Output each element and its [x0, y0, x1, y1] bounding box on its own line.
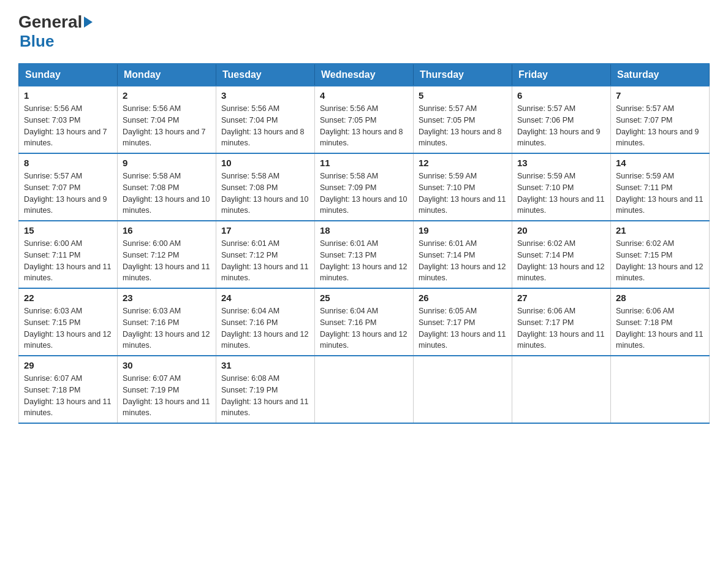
sunset-text: Sunset: 7:15 PM — [616, 251, 672, 259]
day-number: 4 — [320, 90, 408, 101]
daylight-text: Daylight: 13 hours and 12 minutes. — [419, 262, 506, 283]
day-info: Sunrise: 5:56 AM Sunset: 7:03 PM Dayligh… — [24, 103, 112, 149]
daylight-text: Daylight: 13 hours and 8 minutes. — [320, 128, 403, 148]
daylight-text: Daylight: 13 hours and 11 minutes. — [123, 397, 210, 418]
sunset-text: Sunset: 7:13 PM — [320, 251, 376, 259]
day-info: Sunrise: 6:02 AM Sunset: 7:14 PM Dayligh… — [517, 238, 605, 284]
sunset-text: Sunset: 7:18 PM — [616, 318, 672, 327]
sunset-text: Sunset: 7:12 PM — [221, 251, 278, 259]
table-row: 11 Sunrise: 5:58 AM Sunset: 7:09 PM Dayl… — [315, 153, 414, 221]
table-row: 22 Sunrise: 6:03 AM Sunset: 7:15 PM Dayl… — [19, 288, 118, 356]
table-row: 20 Sunrise: 6:02 AM Sunset: 7:14 PM Dayl… — [512, 221, 611, 288]
daylight-text: Daylight: 13 hours and 11 minutes. — [419, 195, 506, 215]
table-row: 18 Sunrise: 6:01 AM Sunset: 7:13 PM Dayl… — [315, 221, 414, 288]
logo-arrow-icon — [84, 17, 93, 28]
table-row: 26 Sunrise: 6:05 AM Sunset: 7:17 PM Dayl… — [414, 288, 512, 356]
table-row: 2 Sunrise: 5:56 AM Sunset: 7:04 PM Dayli… — [118, 86, 216, 153]
day-info: Sunrise: 5:59 AM Sunset: 7:10 PM Dayligh… — [517, 170, 605, 216]
day-info: Sunrise: 6:07 AM Sunset: 7:19 PM Dayligh… — [123, 373, 211, 419]
sunrise-text: Sunrise: 5:56 AM — [320, 104, 378, 113]
day-info: Sunrise: 5:56 AM Sunset: 7:04 PM Dayligh… — [123, 103, 211, 149]
sunrise-text: Sunrise: 6:06 AM — [616, 307, 674, 315]
table-row: 21 Sunrise: 6:02 AM Sunset: 7:15 PM Dayl… — [611, 221, 710, 288]
day-info: Sunrise: 6:00 AM Sunset: 7:11 PM Dayligh… — [24, 238, 112, 284]
day-info: Sunrise: 5:58 AM Sunset: 7:08 PM Dayligh… — [221, 170, 309, 216]
day-info: Sunrise: 5:56 AM Sunset: 7:04 PM Dayligh… — [221, 103, 309, 149]
sunset-text: Sunset: 7:19 PM — [221, 386, 278, 394]
daylight-text: Daylight: 13 hours and 11 minutes. — [221, 262, 308, 283]
sunrise-text: Sunrise: 6:07 AM — [123, 374, 181, 383]
table-row — [611, 356, 710, 423]
table-row: 31 Sunrise: 6:08 AM Sunset: 7:19 PM Dayl… — [216, 356, 315, 423]
sunset-text: Sunset: 7:04 PM — [221, 116, 278, 124]
day-number: 25 — [320, 293, 408, 303]
sunrise-text: Sunrise: 5:57 AM — [419, 104, 477, 113]
daylight-text: Daylight: 13 hours and 7 minutes. — [24, 128, 107, 148]
day-info: Sunrise: 5:59 AM Sunset: 7:10 PM Dayligh… — [419, 170, 507, 216]
sunrise-text: Sunrise: 5:57 AM — [517, 104, 575, 113]
sunrise-text: Sunrise: 6:03 AM — [24, 307, 82, 315]
day-number: 22 — [24, 293, 112, 303]
sunset-text: Sunset: 7:07 PM — [616, 116, 672, 124]
table-row: 27 Sunrise: 6:06 AM Sunset: 7:17 PM Dayl… — [512, 288, 611, 356]
sunset-text: Sunset: 7:16 PM — [221, 318, 278, 327]
table-row: 14 Sunrise: 5:59 AM Sunset: 7:11 PM Dayl… — [611, 153, 710, 221]
sunset-text: Sunset: 7:10 PM — [517, 183, 574, 192]
day-number: 9 — [123, 158, 211, 168]
day-number: 13 — [517, 158, 605, 168]
day-number: 11 — [320, 158, 408, 168]
table-row: 10 Sunrise: 5:58 AM Sunset: 7:08 PM Dayl… — [216, 153, 315, 221]
calendar-week-row: 15 Sunrise: 6:00 AM Sunset: 7:11 PM Dayl… — [19, 221, 710, 288]
table-row — [315, 356, 414, 423]
day-info: Sunrise: 6:01 AM Sunset: 7:13 PM Dayligh… — [320, 238, 408, 284]
sunset-text: Sunset: 7:16 PM — [123, 318, 179, 327]
day-number: 10 — [221, 158, 309, 168]
daylight-text: Daylight: 13 hours and 8 minutes. — [221, 128, 305, 148]
sunrise-text: Sunrise: 5:59 AM — [419, 172, 477, 180]
calendar-week-row: 22 Sunrise: 6:03 AM Sunset: 7:15 PM Dayl… — [19, 288, 710, 356]
table-row: 12 Sunrise: 5:59 AM Sunset: 7:10 PM Dayl… — [414, 153, 512, 221]
table-row: 28 Sunrise: 6:06 AM Sunset: 7:18 PM Dayl… — [611, 288, 710, 356]
day-info: Sunrise: 5:57 AM Sunset: 7:07 PM Dayligh… — [616, 103, 704, 149]
day-number: 15 — [24, 225, 112, 236]
table-row: 9 Sunrise: 5:58 AM Sunset: 7:08 PM Dayli… — [118, 153, 216, 221]
sunrise-text: Sunrise: 6:05 AM — [419, 307, 477, 315]
header-monday: Monday — [118, 64, 216, 86]
day-info: Sunrise: 5:58 AM Sunset: 7:09 PM Dayligh… — [320, 170, 408, 216]
day-number: 21 — [616, 225, 704, 236]
table-row: 5 Sunrise: 5:57 AM Sunset: 7:05 PM Dayli… — [414, 86, 512, 153]
day-number: 3 — [221, 90, 309, 101]
table-row: 13 Sunrise: 5:59 AM Sunset: 7:10 PM Dayl… — [512, 153, 611, 221]
sunset-text: Sunset: 7:06 PM — [517, 116, 574, 124]
sunset-text: Sunset: 7:18 PM — [24, 386, 80, 394]
day-number: 31 — [221, 360, 309, 370]
table-row: 17 Sunrise: 6:01 AM Sunset: 7:12 PM Dayl… — [216, 221, 315, 288]
day-info: Sunrise: 6:01 AM Sunset: 7:14 PM Dayligh… — [419, 238, 507, 284]
sunrise-text: Sunrise: 5:56 AM — [24, 104, 82, 113]
daylight-text: Daylight: 13 hours and 12 minutes. — [221, 330, 308, 350]
daylight-text: Daylight: 13 hours and 11 minutes. — [419, 330, 506, 350]
sunset-text: Sunset: 7:08 PM — [221, 183, 278, 192]
sunrise-text: Sunrise: 5:59 AM — [517, 172, 575, 180]
daylight-text: Daylight: 13 hours and 10 minutes. — [123, 195, 210, 215]
daylight-text: Daylight: 13 hours and 12 minutes. — [320, 262, 407, 283]
sunrise-text: Sunrise: 6:03 AM — [123, 307, 181, 315]
day-number: 14 — [616, 158, 704, 168]
day-info: Sunrise: 6:06 AM Sunset: 7:18 PM Dayligh… — [616, 305, 704, 351]
daylight-text: Daylight: 13 hours and 7 minutes. — [123, 128, 206, 148]
day-number: 26 — [419, 293, 507, 303]
day-info: Sunrise: 6:08 AM Sunset: 7:19 PM Dayligh… — [221, 373, 309, 419]
table-row: 1 Sunrise: 5:56 AM Sunset: 7:03 PM Dayli… — [19, 86, 118, 153]
calendar-week-row: 29 Sunrise: 6:07 AM Sunset: 7:18 PM Dayl… — [19, 356, 710, 423]
day-info: Sunrise: 6:02 AM Sunset: 7:15 PM Dayligh… — [616, 238, 704, 284]
day-info: Sunrise: 5:57 AM Sunset: 7:05 PM Dayligh… — [419, 103, 507, 149]
table-row: 3 Sunrise: 5:56 AM Sunset: 7:04 PM Dayli… — [216, 86, 315, 153]
day-number: 29 — [24, 360, 112, 370]
daylight-text: Daylight: 13 hours and 12 minutes. — [123, 330, 210, 350]
daylight-text: Daylight: 13 hours and 9 minutes. — [616, 128, 699, 148]
sunrise-text: Sunrise: 6:00 AM — [123, 239, 181, 248]
sunset-text: Sunset: 7:15 PM — [24, 318, 80, 327]
daylight-text: Daylight: 13 hours and 12 minutes. — [517, 262, 604, 283]
sunset-text: Sunset: 7:10 PM — [419, 183, 475, 192]
day-info: Sunrise: 5:56 AM Sunset: 7:05 PM Dayligh… — [320, 103, 408, 149]
